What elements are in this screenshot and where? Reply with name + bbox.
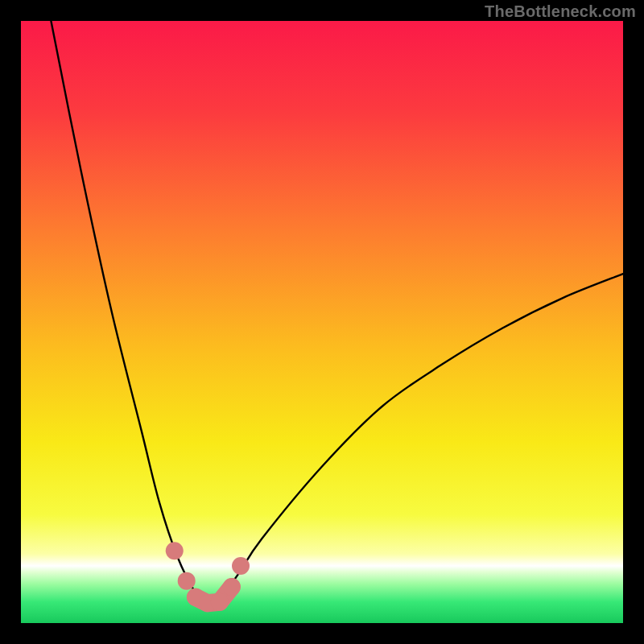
marker-dot [232, 557, 250, 575]
marker-dot [166, 542, 184, 559]
chart-svg [21, 21, 623, 623]
attribution-watermark: TheBottleneck.com [485, 2, 636, 21]
marker-dot [178, 572, 196, 590]
marker-dot [223, 578, 241, 596]
plot-area [21, 21, 623, 623]
bottleneck-curve [51, 21, 623, 605]
marker-dot [211, 593, 229, 611]
outer-frame: TheBottleneck.com [0, 0, 644, 644]
